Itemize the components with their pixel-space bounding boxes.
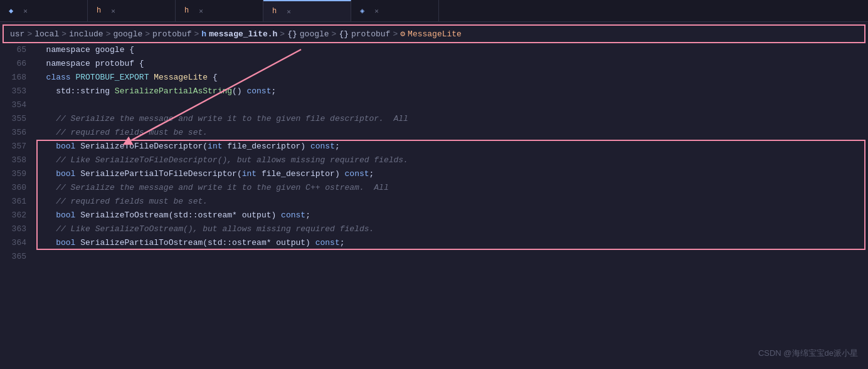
breadcrumb-usr: usr [10,29,24,39]
breadcrumb-ns-google: google [300,29,329,39]
token [36,155,56,165]
line-number: 356 [5,126,36,140]
token: const [310,142,335,151]
token [36,114,56,123]
token: * output) [232,210,281,220]
breadcrumb-google: google [113,29,142,39]
code-line: 65 namespace google { [0,43,868,57]
tab-bar: ◆ ✕ h ✕ h ✕ h ✕ ◈ ✕ [0,0,868,22]
code-line: 353 std::string SerializePartialAsString… [0,85,868,98]
breadcrumb-protobuf: protobuf [152,29,191,39]
line-content [36,250,863,264]
token: namespace [36,59,95,68]
tab-contacts-proto[interactable]: ◆ ✕ [0,0,88,21]
token: PROTOBUF_EXPORT [75,73,154,82]
code-line: 364 bool SerializePartialToOstream(std::… [0,236,868,250]
token [36,238,56,247]
token: int [208,142,222,151]
breadcrumb-classname: MessageLite [408,29,462,39]
proto-icon: ◆ [9,6,13,16]
line-content: bool SerializePartialToFileDescriptor(in… [36,167,863,181]
line-number: 66 [5,57,36,71]
breadcrumb-ns-protobuf: protobuf [351,29,390,39]
line-number: 359 [5,167,36,181]
line-number: 357 [5,140,36,153]
token: ostream [232,238,267,247]
token: ; [271,86,276,96]
line-number: 355 [5,112,36,126]
token: { [124,45,134,55]
token: ; [340,238,345,247]
token: const [315,238,340,247]
tab-message-h[interactable]: h ✕ [176,0,263,21]
token: { [134,59,144,68]
breadcrumb-wrapper: usr > local > include > google > protobu… [0,22,868,43]
token: bool [56,169,75,179]
line-content: // Like SerializeToFileDescriptor(), but… [36,153,863,167]
token: bool [56,238,75,247]
tab-contacts-pb-cc[interactable]: ◈ ✕ [351,0,439,21]
code-line: 168 class PROTOBUF_EXPORT MessageLite { [0,71,868,85]
breadcrumb-filename: message_lite.h [209,29,277,39]
token: class [36,73,75,82]
token: { [208,73,218,82]
token [36,128,56,137]
code-line: 355 // Serialize the message and write i… [0,112,868,126]
token: // Like SerializeToOstream(), but allows… [56,224,374,234]
tab-message-lite-h[interactable]: h ✕ [263,0,351,21]
line-number: 168 [5,71,36,85]
token: namespace [36,45,95,55]
tab-contacts-pb-h[interactable]: h ✕ [88,0,176,21]
line-content: // Serialize the message and write it to… [36,181,863,195]
tab-close[interactable]: ✕ [374,7,379,15]
line-number: 363 [5,222,36,236]
token: ; [369,169,374,179]
code-line: 365 [0,250,868,264]
code-line: 66 namespace protobuf { [0,57,868,71]
line-number: 361 [5,195,36,209]
token: bool [56,142,75,151]
breadcrumb-brace1: {} [287,29,297,39]
token: // Serialize the message and write it to… [56,183,389,192]
tab-close[interactable]: ✕ [199,7,203,15]
code-line: 357 bool SerializeToFileDescriptor(int f… [0,140,868,153]
token: file_descriptor) [222,142,310,151]
tab-close[interactable]: ✕ [23,7,28,15]
line-number: 365 [5,250,36,264]
line-number: 354 [5,98,36,112]
token: SerializePartialToFileDescriptor( [75,169,241,179]
token: // Like SerializeToFileDescriptor(), but… [56,155,408,165]
token: // Serialize the message and write it to… [56,114,408,123]
tab-close[interactable]: ✕ [287,8,291,16]
token: int [242,169,257,179]
line-content: std::string SerializePartialAsString() c… [36,85,863,98]
line-number: 353 [5,85,36,98]
line-content: namespace google { [36,43,863,57]
token [36,224,56,234]
token: google [95,45,125,55]
token [36,210,56,220]
line-number: 360 [5,181,36,195]
line-number: 362 [5,209,36,222]
token: bool [56,210,75,220]
line-content: class PROTOBUF_EXPORT MessageLite { [36,71,863,85]
token [36,183,56,192]
breadcrumb-brace2: {} [339,29,349,39]
cpp-icon: ◈ [360,6,364,16]
code-container[interactable]: 65 namespace google {66 namespace protob… [0,43,868,364]
code-line: 362 bool SerializeToOstream(std::ostream… [0,209,868,222]
token: const [281,210,305,220]
line-content: // required fields must be set. [36,126,863,140]
breadcrumb-class-icon: ⚙ [400,29,405,39]
editor-area: 65 namespace google {66 namespace protob… [0,43,868,364]
token: SerializePartialToOstream(std:: [75,238,232,247]
token: // required fields must be set. [56,197,208,206]
line-content: // required fields must be set. [36,195,863,209]
token: ostream [198,210,232,220]
line-number: 364 [5,236,36,250]
h-icon: h [184,6,189,15]
token [36,169,56,179]
tab-close[interactable]: ✕ [111,7,115,15]
token: ; [335,142,340,151]
code-line: 359 bool SerializePartialToFileDescripto… [0,167,868,181]
